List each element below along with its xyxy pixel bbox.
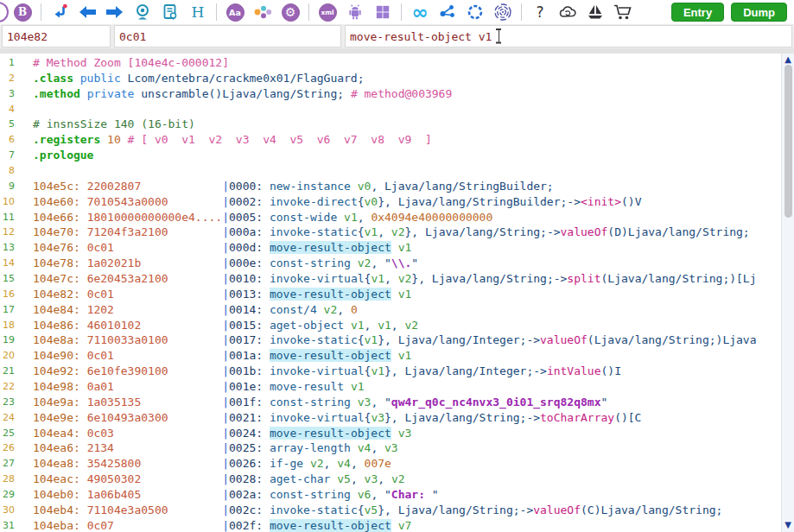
heading-h-icon[interactable]: H: [188, 3, 207, 22]
code-text: # insnsSize 140 (16-bit): [33, 117, 195, 130]
toolbar-separator: [41, 3, 41, 21]
line-number: 13: [2, 240, 15, 256]
code-line[interactable]: 29104eb0: 1a06b405 |002a: const-string v…: [0, 487, 794, 503]
code-text: 104ea8: 35425800 |0026: if-ge v2, v4, 00…: [33, 457, 391, 470]
opcode-search-input[interactable]: [114, 25, 341, 48]
code-line[interactable]: 11104e66: 18010000000000e4....|0005: con…: [0, 210, 794, 225]
scrollbar-thumb[interactable]: [784, 65, 792, 218]
windows-icon[interactable]: [373, 3, 392, 22]
code-text: 104e90: 0c01 |001a: move-result-object v…: [33, 349, 411, 362]
android-icon[interactable]: [346, 3, 365, 22]
line-number: 31: [2, 518, 15, 532]
code-line[interactable]: 17104e84: 1202 |0014: const/4 v2, 0: [0, 302, 794, 318]
entry-button[interactable]: Entry: [671, 3, 724, 22]
share-graph-icon[interactable]: [438, 3, 457, 22]
code-line[interactable]: 23104e9a: 1a035135 |001f: const-string v…: [0, 395, 794, 410]
code-line[interactable]: 19104e8a: 7110033a0100 |0017: invoke-sta…: [0, 332, 794, 348]
code-line[interactable]: 4: [0, 102, 794, 117]
code-line[interactable]: 8: [0, 163, 794, 179]
clipped-badge-icon[interactable]: [0, 2, 9, 22]
code-line[interactable]: 1# Method Zoom [104e4c-000012]: [0, 55, 794, 71]
line-number: 14: [2, 256, 15, 271]
code-text: 104ea6: 2134 |0025: array-length v4, v3: [33, 441, 398, 454]
code-line[interactable]: 21104e92: 6e10fe390100 |001b: invoke-vir…: [0, 364, 794, 379]
line-number: 3: [2, 86, 15, 102]
line-number: 5: [2, 117, 15, 132]
cloud-sync-icon[interactable]: [558, 3, 577, 22]
address-search-input[interactable]: [2, 25, 111, 48]
code-line[interactable]: 15104e7c: 6e20453a2100 |0010: invoke-vir…: [0, 271, 794, 287]
xml-badge-icon[interactable]: xml: [318, 3, 337, 22]
back-arrow-icon[interactable]: [78, 3, 97, 22]
code-line[interactable]: 20104e90: 0c01 |001a: move-result-object…: [0, 348, 794, 364]
webcam-icon[interactable]: [133, 3, 152, 22]
code-line[interactable]: 27104ea8: 35425800 |0026: if-ge v2, v4, …: [0, 456, 794, 472]
code-line[interactable]: 18104e86: 46010102 |0015: aget-object v1…: [0, 318, 794, 333]
code-text: 104e98: 0a01 |001e: move-result v1: [33, 380, 365, 393]
line-number: 15: [2, 271, 15, 287]
code-line[interactable]: 2.class public Lcom/entebra/crackme0x01/…: [0, 71, 794, 86]
report-certificate-icon[interactable]: [161, 3, 180, 22]
search-row: [0, 24, 794, 48]
b-badge-icon[interactable]: B: [13, 3, 32, 22]
code-text: .registers 10 # [ v0 v1 v2 v3 v4 v5 v6 v…: [33, 133, 432, 146]
code-text: 104e8a: 7110033a0100 |0017: invoke-stati…: [33, 333, 757, 346]
instruction-search-input[interactable]: [345, 25, 792, 48]
code-text: 104e5c: 22002807 |0000: new-instance v0,…: [33, 180, 554, 193]
infinity-glyph: ∞: [411, 3, 428, 22]
dashed-circle-icon[interactable]: [466, 3, 485, 22]
code-line[interactable]: 22104e98: 0a01 |001e: move-result v1: [0, 379, 794, 395]
color-dots-icon[interactable]: [253, 3, 272, 22]
infinity-icon[interactable]: ∞: [410, 3, 429, 22]
code-line[interactable]: 25104ea4: 0c03 |0024: move-result-object…: [0, 426, 794, 441]
dump-button[interactable]: Dump: [731, 3, 787, 22]
settings-gear-icon[interactable]: ⚙: [281, 3, 300, 22]
cart-icon[interactable]: [613, 3, 632, 22]
line-number: 8: [2, 163, 15, 179]
b-badge-glyph: B: [14, 3, 32, 22]
code-line[interactable]: 5# insnsSize 140 (16-bit): [0, 117, 794, 132]
xml-badge-glyph: xml: [319, 3, 337, 22]
line-number: 4: [2, 102, 15, 117]
scrollbar[interactable]: ▲ ▼: [781, 54, 794, 532]
code-line[interactable]: 10104e60: 7010543a0000 |0002: invoke-dir…: [0, 194, 794, 210]
sailboat-icon[interactable]: [586, 3, 605, 22]
line-number: 22: [2, 379, 15, 395]
code-line[interactable]: 12104e70: 71204f3a2100 |000a: invoke-sta…: [0, 225, 794, 240]
fingerprint-icon[interactable]: [493, 3, 512, 22]
goto-jump-icon[interactable]: [50, 3, 69, 22]
line-number: 30: [2, 503, 15, 518]
code-text: 104e76: 0c01 |000d: move-result-object v…: [33, 241, 411, 254]
code-text: 104eac: 49050302 |0028: aget-char v5, v3…: [33, 472, 405, 485]
code-line[interactable]: 6.registers 10 # [ v0 v1 v2 v3 v4 v5 v6 …: [0, 132, 794, 148]
scroll-up-arrow[interactable]: ▲: [782, 54, 794, 65]
line-number: 2: [2, 71, 15, 86]
code-line[interactable]: 13104e76: 0c01 |000d: move-result-object…: [0, 240, 794, 256]
code-line[interactable]: 24104e9e: 6e10493a0300 |0021: invoke-vir…: [0, 410, 794, 426]
code-lines: 1# Method Zoom [104e4c-000012]2.class pu…: [0, 54, 794, 532]
code-line[interactable]: 30104eb4: 71104e3a0500 |002c: invoke-sta…: [0, 503, 794, 518]
code-line[interactable]: 14104e78: 1a02021b |000e: const-string v…: [0, 256, 794, 271]
code-line[interactable]: 31104eba: 0c07 |002f: move-result-object…: [0, 518, 794, 532]
line-number: 1: [2, 55, 15, 71]
code-line[interactable]: 26104ea6: 2134 |0025: array-length v4, v…: [0, 440, 794, 456]
line-number: 12: [2, 225, 15, 240]
code-line[interactable]: 3.method private unscramble()Ljava/lang/…: [0, 86, 794, 102]
toolbar-separator: [521, 3, 522, 21]
code-line[interactable]: 9104e5c: 22002807 |0000: new-instance v0…: [0, 179, 794, 194]
line-number: 21: [2, 364, 15, 379]
code-line[interactable]: 28104eac: 49050302 |0028: aget-char v5, …: [0, 472, 794, 487]
code-text: 104e82: 0c01 |0013: move-result-object v…: [33, 288, 411, 301]
scroll-down-arrow[interactable]: ▼: [782, 520, 794, 530]
help-icon[interactable]: ?: [530, 3, 549, 22]
code-text: 104e84: 1202 |0014: const/4 v2, 0: [33, 303, 358, 316]
code-line[interactable]: 7.prologue: [0, 148, 794, 163]
code-text: .class public Lcom/entebra/crackme0x01/F…: [33, 72, 365, 85]
line-number: 26: [2, 440, 15, 456]
code-text: 104e60: 7010543a0000 |0002: invoke-direc…: [33, 195, 641, 208]
code-line[interactable]: 16104e82: 0c01 |0013: move-result-object…: [0, 287, 794, 302]
heading-h-glyph: H: [192, 3, 205, 21]
font-case-icon[interactable]: Aa: [225, 3, 245, 22]
forward-arrow-icon[interactable]: [105, 3, 124, 22]
toolbar-separator: [216, 3, 217, 21]
